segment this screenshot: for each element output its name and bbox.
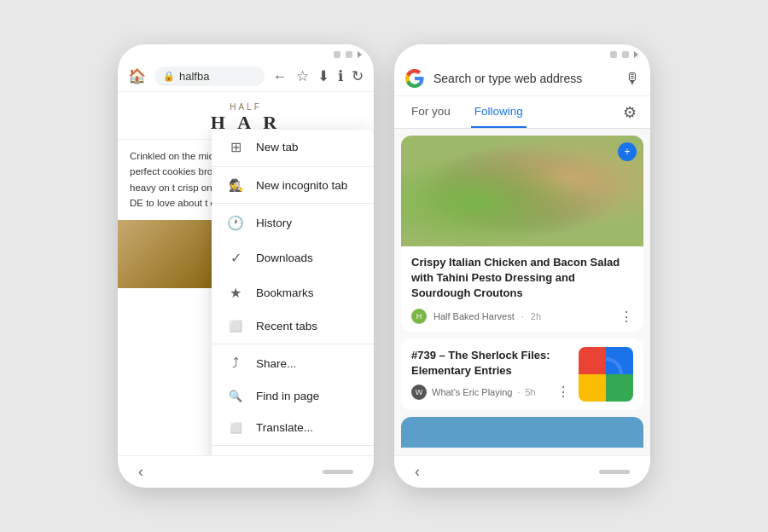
- status-bar-left: [118, 44, 374, 61]
- new-tab-label: New tab: [256, 141, 299, 153]
- feed-card-1-title: Crispy Italian Chicken and Bacon Salad w…: [411, 255, 633, 302]
- right-back-icon[interactable]: ‹: [415, 463, 420, 481]
- lock-icon: 🔒: [163, 71, 175, 82]
- search-bar-container: Search or type web address 🎙: [394, 61, 650, 96]
- source-time-2-val: 5h: [525, 387, 535, 397]
- find-label: Find in page: [256, 390, 319, 402]
- right-phone-bottom-bar: ‹: [394, 455, 650, 488]
- share-label: Share...: [256, 357, 296, 370]
- menu-item-find[interactable]: 🔍 Find in page: [212, 380, 374, 412]
- tab-for-you[interactable]: For you: [408, 96, 454, 128]
- translate-icon: ⬜: [227, 422, 244, 434]
- tab-following[interactable]: Following: [471, 96, 527, 128]
- page-content: HALF H A R Crinkled on the middle, and o…: [118, 92, 374, 455]
- feed-card-2[interactable]: #739 – The Sherlock Files: Elementary En…: [401, 338, 643, 410]
- status-dot-4: [622, 51, 629, 58]
- recent-tabs-label: Recent tabs: [256, 320, 317, 332]
- more-options-icon-1[interactable]: ⋮: [620, 309, 633, 325]
- source-time-1-val: 2h: [531, 311, 541, 321]
- address-text: halfba: [179, 70, 209, 83]
- status-dot-1: [334, 51, 340, 58]
- tabs-row: For you Following ⚙: [394, 96, 650, 129]
- history-icon: 🕐: [227, 215, 244, 231]
- refresh-icon[interactable]: ↻: [352, 67, 364, 85]
- menu-item-recent-tabs[interactable]: ⬜ Recent tabs: [212, 310, 374, 342]
- incognito-label: New incognito tab: [256, 179, 347, 192]
- google-logo: [404, 68, 425, 89]
- history-label: History: [256, 217, 292, 229]
- address-bar[interactable]: 🔒 halfba: [154, 66, 265, 86]
- menu-item-incognito[interactable]: 🕵 New incognito tab: [212, 169, 374, 201]
- menu-item-bookmarks[interactable]: ★ Bookmarks: [212, 275, 374, 310]
- follow-item[interactable]: 🌿 Half Baked Harvest + Follow: [212, 448, 374, 455]
- left-phone: 🏠 🔒 halfba ← ☆ ⬇ ℹ ↻ HALF H A R Crinkled…: [118, 44, 374, 488]
- info-icon[interactable]: ℹ: [338, 67, 343, 85]
- source-time-1: ·: [521, 311, 524, 321]
- right-phone: Search or type web address 🎙 For you Fol…: [394, 44, 650, 488]
- source-name-1: Half Baked Harvest: [433, 311, 515, 321]
- new-tab-icon: ⊞: [227, 139, 244, 155]
- browser-bottom-bar: ‹: [118, 455, 374, 488]
- menu-item-new-tab[interactable]: ⊞ New tab: [212, 130, 374, 165]
- download-icon[interactable]: ⬇: [317, 67, 329, 85]
- source-name-2: What's Eric Playing: [432, 387, 512, 397]
- feed-card-2-meta: W What's Eric Playing · 5h ⋮: [411, 384, 570, 400]
- menu-divider-2: [212, 203, 374, 204]
- status-dot-2: [346, 51, 352, 58]
- feed-content: + Crispy Italian Chicken and Bacon Salad…: [394, 129, 650, 455]
- feed-card-1-image: +: [401, 136, 643, 246]
- find-icon: 🔍: [227, 390, 244, 402]
- translate-label: Translate...: [256, 421, 313, 434]
- share-icon: ⤴: [227, 356, 244, 371]
- microphone-icon[interactable]: 🎙: [625, 70, 640, 88]
- menu-divider-3: [212, 344, 374, 344]
- feed-card-1-meta: H Half Baked Harvest · 2h ⋮: [411, 309, 633, 325]
- home-icon[interactable]: 🏠: [128, 67, 146, 85]
- page-subtitle: HALF: [118, 102, 374, 112]
- search-input[interactable]: Search or type web address: [433, 72, 616, 85]
- feed-card-1[interactable]: + Crispy Italian Chicken and Bacon Salad…: [401, 136, 643, 332]
- feed-card-1-body: Crispy Italian Chicken and Bacon Salad w…: [401, 246, 643, 332]
- bookmarks-icon: ★: [227, 285, 244, 301]
- incognito-icon: 🕵: [227, 178, 244, 192]
- menu-item-downloads[interactable]: ✓ Downloads: [212, 240, 374, 275]
- salad-image: [401, 136, 643, 246]
- feed-card-2-text: #739 – The Sherlock Files: Elementary En…: [411, 348, 570, 400]
- status-bar-right: [394, 44, 650, 61]
- status-arrow: [358, 51, 362, 58]
- right-bottom-pill: [599, 470, 630, 474]
- more-options-icon-2[interactable]: ⋮: [556, 384, 570, 400]
- menu-divider-1: [212, 166, 374, 167]
- bookmarks-label: Bookmarks: [256, 286, 314, 299]
- back-nav-icon[interactable]: ‹: [138, 463, 143, 481]
- back-icon[interactable]: ←: [273, 68, 288, 85]
- menu-item-translate[interactable]: ⬜ Translate...: [212, 412, 374, 443]
- status-dot-3: [610, 51, 617, 58]
- settings-icon[interactable]: ⚙: [623, 103, 637, 122]
- status-arrow-right: [634, 51, 638, 58]
- feed-card-2-title: #739 – The Sherlock Files: Elementary En…: [411, 348, 570, 379]
- source-time-2: ·: [517, 387, 520, 397]
- dropdown-menu: ⊞ New tab 🕵 New incognito tab 🕐 History …: [212, 130, 374, 455]
- source-avatar-2: W: [411, 385, 427, 400]
- partial-card: [401, 417, 643, 448]
- menu-divider-4: [212, 445, 374, 446]
- star-icon[interactable]: ☆: [296, 67, 309, 85]
- menu-item-history[interactable]: 🕐 History: [212, 205, 374, 240]
- downloads-icon: ✓: [227, 250, 244, 266]
- pin-badge: +: [618, 142, 637, 161]
- source-avatar-1: H: [411, 309, 427, 324]
- downloads-label: Downloads: [256, 252, 313, 264]
- recent-tabs-icon: ⬜: [227, 320, 244, 332]
- feed-card-2-thumbnail: [579, 347, 633, 402]
- bottom-pill: [323, 470, 353, 474]
- browser-toolbar: 🏠 🔒 halfba ← ☆ ⬇ ℹ ↻: [118, 61, 374, 92]
- menu-item-share[interactable]: ⤴ Share...: [212, 346, 374, 380]
